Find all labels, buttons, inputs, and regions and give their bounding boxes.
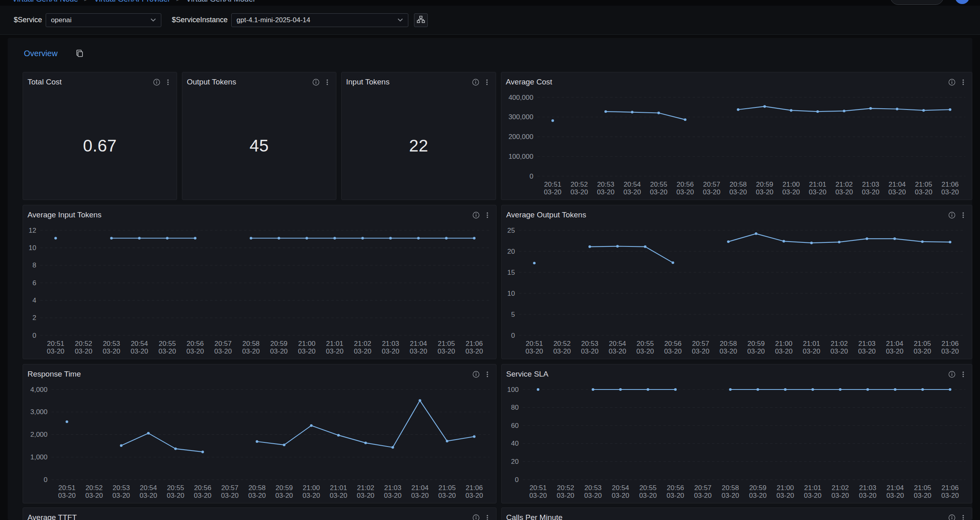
panel-header-icons: [312, 78, 331, 86]
tab-overview[interactable]: Overview: [24, 49, 57, 58]
service-filter-label: $Service: [14, 16, 42, 24]
kebab-menu-icon[interactable]: [323, 78, 331, 86]
svg-text:03-20: 03-20: [557, 492, 574, 499]
panel-title: Average Output Tokens: [506, 211, 586, 219]
kebab-menu-icon[interactable]: [959, 78, 967, 86]
info-icon[interactable]: [948, 371, 956, 378]
kebab-menu-icon[interactable]: [484, 514, 491, 520]
svg-text:21:01: 21:01: [804, 484, 822, 492]
panel-header-icons: [948, 211, 967, 219]
svg-text:03-20: 03-20: [747, 347, 765, 355]
user-avatar[interactable]: [955, 0, 969, 4]
svg-text:1,000: 1,000: [30, 453, 48, 461]
svg-text:21:04: 21:04: [411, 484, 429, 492]
svg-text:2: 2: [32, 314, 36, 322]
sitemap-icon: [417, 15, 425, 25]
svg-text:03-20: 03-20: [158, 347, 176, 355]
svg-text:21:02: 21:02: [830, 340, 848, 347]
svg-text:03-20: 03-20: [804, 492, 822, 499]
panel-title: Output Tokens: [187, 78, 236, 86]
svg-text:03-20: 03-20: [720, 347, 737, 355]
info-icon[interactable]: [472, 371, 480, 378]
copy-dashboard-icon[interactable]: [75, 49, 84, 58]
svg-text:03-20: 03-20: [410, 347, 427, 355]
line-chart[interactable]: 0100,000200,000300,000400,00020:5103-202…: [501, 92, 972, 200]
info-icon[interactable]: [472, 514, 480, 520]
info-icon[interactable]: [312, 78, 320, 86]
panel-header: Average TTFT: [23, 508, 496, 520]
time-range-button[interactable]: [890, 0, 944, 5]
svg-text:03-20: 03-20: [729, 188, 747, 196]
svg-text:03-20: 03-20: [465, 492, 483, 499]
instance-filter-label: $ServiceInstance: [172, 16, 228, 24]
svg-text:20:54: 20:54: [612, 484, 629, 492]
kebab-menu-icon[interactable]: [483, 78, 491, 86]
svg-text:21:02: 21:02: [832, 484, 849, 492]
svg-text:21:04: 21:04: [889, 181, 906, 188]
svg-text:20:58: 20:58: [722, 484, 739, 492]
svg-text:03-20: 03-20: [830, 347, 848, 355]
kebab-menu-icon[interactable]: [959, 514, 967, 520]
kebab-menu-icon[interactable]: [959, 371, 967, 378]
stat-value: 0.67: [23, 92, 177, 200]
line-chart[interactable]: 01,0002,0003,0004,00020:5103-2020:5203-2…: [23, 384, 496, 503]
info-icon[interactable]: [948, 514, 956, 520]
svg-text:300,000: 300,000: [509, 113, 533, 121]
breadcrumb-item-model[interactable]: Virtual GenAI Model: [186, 0, 255, 4]
svg-text:20:55: 20:55: [637, 340, 654, 347]
svg-text:0: 0: [32, 332, 36, 339]
svg-text:20:57: 20:57: [692, 340, 710, 347]
svg-text:03-20: 03-20: [941, 492, 959, 499]
svg-text:21:03: 21:03: [859, 484, 877, 492]
panel-header: Total Cost: [23, 72, 177, 92]
kebab-menu-icon[interactable]: [484, 371, 491, 378]
svg-text:20:58: 20:58: [730, 181, 747, 188]
svg-text:20:52: 20:52: [85, 484, 103, 492]
svg-text:03-20: 03-20: [915, 188, 932, 196]
info-icon[interactable]: [153, 78, 161, 86]
svg-text:03-20: 03-20: [664, 347, 682, 355]
svg-text:03-20: 03-20: [58, 492, 76, 499]
svg-text:21:06: 21:06: [466, 484, 483, 492]
info-icon[interactable]: [472, 78, 479, 86]
svg-text:03-20: 03-20: [888, 188, 906, 196]
svg-text:4,000: 4,000: [30, 386, 48, 394]
panel-header-icons: [948, 78, 967, 86]
svg-text:03-20: 03-20: [650, 188, 667, 196]
line-chart[interactable]: 02468101220:5103-2020:5203-2020:5303-202…: [23, 225, 496, 359]
line-chart[interactable]: 02040608010020:5103-2020:5203-2020:5303-…: [502, 384, 972, 503]
service-select[interactable]: openai: [46, 13, 161, 27]
svg-text:20:55: 20:55: [639, 484, 657, 492]
kebab-menu-icon[interactable]: [959, 211, 967, 219]
svg-text:03-20: 03-20: [782, 188, 800, 196]
svg-text:20:51: 20:51: [47, 340, 64, 347]
panel-row-2: Average Input Tokens02468101220:5103-202…: [23, 205, 972, 359]
svg-text:21:06: 21:06: [942, 181, 959, 188]
service-instance-select[interactable]: gpt-4.1-mini-2025-04-14: [231, 13, 408, 27]
svg-text:20:56: 20:56: [664, 340, 682, 347]
svg-text:03-20: 03-20: [354, 347, 371, 355]
svg-text:20:56: 20:56: [186, 340, 204, 347]
svg-text:8: 8: [32, 261, 36, 269]
svg-text:20:51: 20:51: [530, 484, 547, 492]
hierarchy-icon-button[interactable]: [414, 13, 428, 27]
info-icon[interactable]: [948, 78, 956, 86]
info-icon[interactable]: [948, 211, 956, 219]
svg-text:21:01: 21:01: [326, 340, 344, 347]
breadcrumb-item-node[interactable]: Virtual GenAI Node: [12, 0, 78, 4]
info-icon[interactable]: [472, 211, 480, 219]
svg-text:21:00: 21:00: [783, 181, 800, 188]
kebab-menu-icon[interactable]: [484, 211, 491, 219]
svg-text:21:04: 21:04: [410, 340, 427, 347]
svg-text:4: 4: [32, 297, 36, 304]
svg-text:80: 80: [511, 404, 519, 411]
svg-text:03-20: 03-20: [694, 492, 712, 499]
breadcrumb-item-provider[interactable]: Virtual GenAI Provider: [94, 0, 170, 4]
line-chart[interactable]: 051015202520:5103-2020:5203-2020:5303-20…: [502, 225, 972, 359]
kebab-menu-icon[interactable]: [164, 78, 172, 86]
svg-text:21:05: 21:05: [439, 484, 456, 492]
svg-text:20:55: 20:55: [650, 181, 667, 188]
svg-text:03-20: 03-20: [242, 347, 260, 355]
panel-row-1: Total Cost0.67 Output Tokens45 Input Tok…: [23, 72, 972, 200]
svg-text:03-20: 03-20: [803, 347, 820, 355]
